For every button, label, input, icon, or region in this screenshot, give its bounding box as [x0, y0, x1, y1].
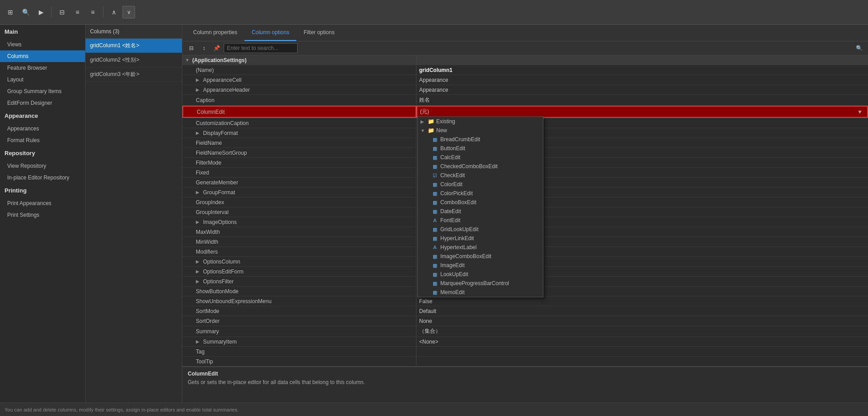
- dropdown-item-comboboxedit[interactable]: ▦ ComboBoxEdit: [418, 198, 543, 207]
- prop-name-fieldname-sort-group: FieldNameSortGroup: [182, 148, 416, 157]
- prop-row-appearance-cell: ▶ AppearanceCell Appearance: [182, 75, 868, 85]
- sidebar-item-inplace-editor-repository[interactable]: In-place Editor Repository: [0, 172, 85, 183]
- expand-arrow-io[interactable]: ▶: [196, 219, 201, 224]
- prop-value-summary: （集合）: [416, 326, 868, 336]
- expand-arrow-df[interactable]: ▶: [196, 130, 201, 135]
- column-item-1[interactable]: gridColumn2 <性别>: [86, 53, 182, 67]
- prop-row-sort-order: SortOrder None: [182, 316, 868, 326]
- sidebar-item-feature-browser[interactable]: Feature Browser: [0, 62, 85, 74]
- section-application-settings[interactable]: ▼ (ApplicationSettings): [182, 55, 868, 65]
- align-right-button[interactable]: ≡: [86, 6, 99, 18]
- sidebar-item-print-appearances[interactable]: Print Appearances: [0, 197, 85, 209]
- new-expand-icon: ▼: [420, 128, 426, 133]
- dateedit-label: DateEdit: [440, 208, 461, 215]
- imageedit-label: ImageEdit: [440, 262, 465, 268]
- expand-arrow-oc[interactable]: ▶: [196, 259, 201, 264]
- dropdown-item-imageedit[interactable]: ▦ ImageEdit: [418, 261, 543, 270]
- prop-name-customization-caption: CustomizationCaption: [182, 118, 416, 128]
- dropdown-item-hyperlinkedit[interactable]: ▦ HyperLinkEdit: [418, 234, 543, 243]
- main-area: Column properties Column options Filter …: [182, 25, 868, 403]
- search-go-btn[interactable]: 🔍: [854, 43, 864, 53]
- checkedit-label: CheckEdit: [440, 172, 465, 179]
- colorpickedit-label: ColorPickEdit: [440, 190, 473, 197]
- column-item-2[interactable]: gridColumn3 <年龄>: [86, 67, 182, 82]
- dropdown-item-coloredit[interactable]: ▦ ColorEdit: [418, 180, 543, 189]
- calcedit-icon: ▦: [431, 155, 439, 161]
- prop-name-group-index: GroupIndex: [182, 197, 416, 207]
- sidebar-item-format-rules[interactable]: Format Rules: [0, 134, 85, 146]
- prop-row-summary-item: ▶ SummaryItem <None>: [182, 337, 868, 347]
- property-search-input[interactable]: [224, 43, 298, 53]
- align-left-button[interactable]: ⊟: [55, 6, 69, 18]
- sidebar-item-group-summary-items[interactable]: Group Summary Items: [0, 85, 85, 97]
- description-title: ColumnEdit: [188, 371, 863, 377]
- dropdown-item-checkedcomboboxedit[interactable]: ▦ CheckedComboBoxEdit: [418, 162, 543, 171]
- tab-filter-options[interactable]: Filter options: [296, 25, 342, 41]
- expand-arrow-ah[interactable]: ▶: [196, 87, 201, 92]
- dropdown-item-buttonedit[interactable]: ▦ ButtonEdit: [418, 144, 543, 153]
- column-item-0[interactable]: gridColumn1 <姓名>: [86, 39, 182, 53]
- prop-value-show-unbound-expression-menu: False: [416, 296, 868, 306]
- breadcrumbedit-label: BreadCrumbEdit: [440, 136, 480, 143]
- dropdown-item-calcedit[interactable]: ▦ CalcEdit: [418, 153, 543, 162]
- prop-row-summary: Summary （集合）: [182, 326, 868, 337]
- dropdown-item-fontedit[interactable]: A FontEdit: [418, 216, 543, 225]
- search-wrapper: [224, 43, 404, 53]
- expand-button[interactable]: ∧: [107, 6, 121, 18]
- dropdown-item-gridlookupEdit[interactable]: ▦ GridLookUpEdit: [418, 225, 543, 234]
- dropdown-existing[interactable]: ▶ 📁 Existing: [418, 117, 543, 126]
- dropdown-item-checkedit[interactable]: ☑ CheckEdit: [418, 171, 543, 180]
- expand-arrow-si[interactable]: ▶: [196, 339, 201, 344]
- prop-value-column-edit[interactable]: (元) ▼ ▶ 📁 Existing ▼: [416, 106, 868, 118]
- breadcrumbedit-icon: ▦: [431, 137, 439, 143]
- appearance-section-header: Appearance: [0, 109, 85, 123]
- grid-view-button[interactable]: ⊞: [4, 6, 17, 18]
- sidebar-item-print-settings[interactable]: Print Settings: [0, 209, 85, 221]
- expand-arrow-gf[interactable]: ▶: [196, 190, 201, 195]
- sidebar-item-appearances[interactable]: Appearances: [0, 123, 85, 134]
- dropdown-item-lookupedit[interactable]: ▦ LookUpEdit: [418, 270, 543, 279]
- sidebar-item-columns[interactable]: Columns: [0, 50, 85, 62]
- dropdown-item-breadcrumbedit[interactable]: ▦ BreadCrumbEdit: [418, 135, 543, 144]
- pin-btn[interactable]: 📌: [211, 43, 222, 53]
- prop-name-sort-order: SortOrder: [182, 316, 416, 326]
- sidebar-item-view-repository[interactable]: View Repository: [0, 160, 85, 172]
- tab-column-options[interactable]: Column options: [244, 25, 296, 41]
- prop-name-label-ac: ▶ AppearanceCell: [182, 75, 416, 85]
- columns-panel-header: Columns (3): [86, 25, 182, 39]
- dropdown-item-colorpickedit[interactable]: ▦ ColorPickEdit: [418, 189, 543, 198]
- comboboxedit-icon: ▦: [431, 200, 439, 206]
- columns-panel: Columns (3) gridColumn1 <姓名> gridColumn2…: [86, 25, 182, 403]
- sidebar-item-layout[interactable]: Layout: [0, 74, 85, 85]
- categorize-btn[interactable]: ⊟: [186, 43, 197, 53]
- prop-name-generate-member: GenerateMember: [182, 178, 416, 187]
- marqueeprogressbarcontrol-icon: ▦: [431, 281, 439, 286]
- buttonedit-label: ButtonEdit: [440, 145, 465, 152]
- expand-arrow-oef[interactable]: ▶: [196, 269, 201, 274]
- expand-arrow: ▼: [185, 58, 190, 63]
- repository-section-header: Repository: [0, 146, 85, 160]
- dropdown-item-hypertextlabel[interactable]: A HypertextLabel: [418, 243, 543, 252]
- dropdown-item-imagecomboboxedit[interactable]: ▦ ImageComboBoxEdit: [418, 252, 543, 261]
- dropdown-new[interactable]: ▼ 📁 New: [418, 126, 543, 135]
- printing-section-header: Printing: [0, 183, 85, 197]
- prop-value-sort-mode: Default: [416, 306, 868, 316]
- dropdown-item-dateedit[interactable]: ▦ DateEdit: [418, 207, 543, 216]
- dropdown-item-memoedit[interactable]: ▦ MemoEdit: [418, 288, 543, 297]
- expand-arrow-ac[interactable]: ▶: [196, 77, 201, 82]
- prop-name-options-edit-form: ▶ OptionsEditForm: [182, 267, 416, 276]
- forward-button[interactable]: ▶: [34, 6, 48, 18]
- coloredit-label: ColorEdit: [440, 181, 462, 188]
- collapse-button[interactable]: ∨: [122, 6, 135, 18]
- bottom-bar: You can add and delete columns, modify t…: [0, 403, 868, 416]
- dropdown-item-marqueeprogressbarcontrol[interactable]: ▦ MarqueeProgressBarControl: [418, 279, 543, 288]
- sidebar-item-editform-designer[interactable]: EditForm Designer: [0, 97, 85, 109]
- search-button[interactable]: 🔍: [19, 6, 32, 18]
- align-center-button[interactable]: ≡: [71, 6, 84, 18]
- sort-alpha-btn[interactable]: ↕: [199, 43, 209, 53]
- top-toolbar: ⊞ 🔍 ▶ ⊟ ≡ ≡ ∧ ∨: [0, 0, 868, 25]
- prop-name-filter-mode: FilterMode: [182, 158, 416, 167]
- expand-arrow-of[interactable]: ▶: [196, 279, 201, 284]
- tab-column-properties[interactable]: Column properties: [186, 25, 244, 41]
- sidebar-item-views[interactable]: Views: [0, 39, 85, 50]
